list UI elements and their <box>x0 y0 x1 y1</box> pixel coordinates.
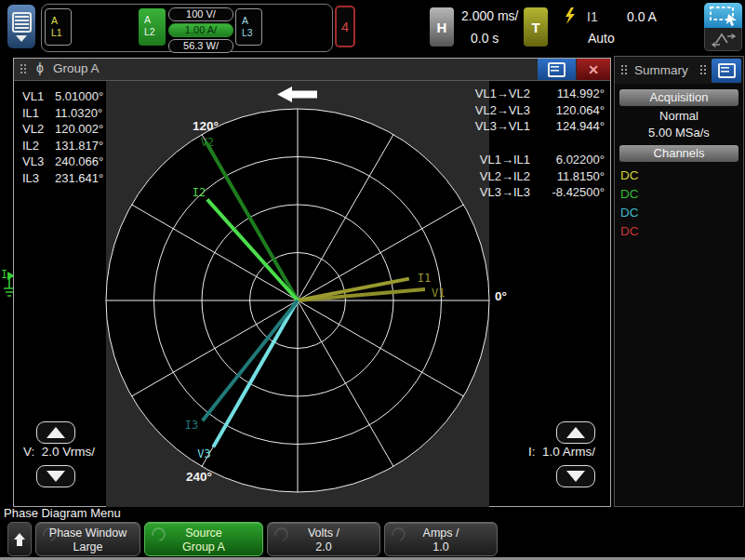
channel-coupling: DC <box>620 167 743 185</box>
i-scale-increase-button[interactable] <box>556 421 595 444</box>
softkey-value: Group A <box>145 540 262 553</box>
readout-value: 231.641° <box>55 171 103 185</box>
panel-drag-handle[interactable] <box>620 64 629 76</box>
readout-value: 124.944° <box>539 119 605 133</box>
close-icon: ✕ <box>588 62 599 77</box>
spinner-down-icon <box>566 471 585 482</box>
channel-2-button[interactable]: A L2 <box>139 8 166 46</box>
softkey-amps[interactable]: Amps /1.0 <box>384 522 498 556</box>
readout-row: IL111.0320° <box>22 105 103 122</box>
main-menu-button[interactable] <box>7 5 35 48</box>
readout-label: VL1 <box>22 89 55 103</box>
i-scale-decrease-button[interactable] <box>556 465 595 487</box>
timebase-scale[interactable]: 2.000 ms/ <box>461 8 518 23</box>
readout-row: VL1→VL2114.992° <box>475 86 605 102</box>
phasor-label-V1: V1 <box>432 287 445 300</box>
channel-4-button[interactable]: 4 <box>335 6 355 47</box>
channel-1-button[interactable]: A L1 <box>45 8 72 46</box>
readout-label: VL2→IL2 <box>480 169 530 183</box>
trigger-key-button[interactable]: T <box>524 7 548 47</box>
readout-value: 5.01000° <box>55 89 103 103</box>
trigger-source[interactable]: I1 <box>587 9 598 24</box>
v-scale-decrease-button[interactable] <box>36 465 75 487</box>
amps-per-div-value[interactable]: 1.00 A/ <box>168 23 233 37</box>
trigger-level[interactable]: 0.0 A <box>627 9 657 24</box>
window-menu-button[interactable] <box>538 59 576 80</box>
readout-label: VL2→VL3 <box>475 103 530 117</box>
channels-section-button[interactable]: Channels <box>619 145 738 162</box>
channel-2-label: L2 <box>144 26 166 38</box>
softkey-value: 1.0 <box>385 540 497 553</box>
readout-row: VL3→IL3-8.42500° <box>480 184 605 201</box>
readout-row: VL2120.002° <box>22 121 103 138</box>
softkey-menu-title: Phase Diagram Menu <box>4 506 121 520</box>
softkey-volts[interactable]: Volts /2.0 <box>267 522 380 556</box>
readout-value: 114.992° <box>539 87 605 100</box>
readout-row: VL1→IL16.02200° <box>480 152 605 168</box>
timebase-position[interactable]: 0.0 s <box>471 31 499 46</box>
window-titlebar[interactable]: ϕ Group A ✕ <box>14 59 610 81</box>
readout-value: 240.066° <box>55 154 103 168</box>
readout-value: -8.42500° <box>539 185 605 199</box>
volts-per-div-value[interactable]: 100 V/ <box>168 7 233 21</box>
softkey-row: Phase WindowLargeSourceGroup AVolts /2.0… <box>7 522 498 556</box>
corner-tool-buttons <box>704 3 742 51</box>
readout-label: VL3 <box>22 154 55 168</box>
zoom-select-button[interactable] <box>704 3 742 28</box>
horizontal-key-button[interactable]: H <box>430 7 454 47</box>
phasor-label-V2: V2 <box>201 136 214 149</box>
watts-per-div-value[interactable]: 56.3 W/ <box>168 39 233 53</box>
phase-diagram-content: 120°0°240°V1I1V2I2V3I3 VL15.01000°IL111.… <box>14 81 610 507</box>
channel-1-label: L1 <box>51 27 71 39</box>
readout-label: IL1 <box>22 106 55 120</box>
readout-row: VL3240.066° <box>22 153 103 170</box>
softkey-value: Large <box>36 540 140 553</box>
list-menu-icon <box>548 62 565 77</box>
readout-row: VL15.01000° <box>22 88 103 105</box>
window-title: Group A <box>53 61 100 75</box>
phase-readouts-left: VL15.01000°IL111.0320°VL2120.002°IL2131.… <box>22 88 103 186</box>
trigger-edge-icon <box>563 7 577 25</box>
list-menu-icon <box>718 63 736 78</box>
svg-text:I: I <box>1 268 7 281</box>
readout-label: VL2 <box>22 122 55 136</box>
phasor-label-I3: I3 <box>185 419 198 432</box>
acquisition-section-button[interactable]: Acquisition <box>619 89 738 106</box>
readout-label: VL3→VL1 <box>475 119 530 133</box>
phase-icon: ϕ <box>36 60 44 75</box>
summary-panel-header[interactable]: Summary <box>615 57 743 84</box>
waveform-pan-button[interactable] <box>704 28 742 51</box>
readout-label: IL2 <box>22 139 55 153</box>
readout-row: VL2→VL3120.064° <box>475 102 605 119</box>
v-scale-increase-button[interactable] <box>36 421 75 444</box>
i-scale-label: I: 1.0 Arms/ <box>528 445 595 459</box>
window-drag-handle[interactable] <box>20 63 28 75</box>
channel-2-group: A <box>144 14 151 25</box>
channel-3-button[interactable]: A L3 <box>235 8 262 46</box>
panel-drag-handle[interactable] <box>699 64 708 76</box>
readout-value: 11.0320° <box>55 106 102 120</box>
angle-label: 0° <box>495 289 507 303</box>
voltage-phase-readouts: VL1→VL2114.992°VL2→VL3120.064°VL3→VL1124… <box>475 86 605 135</box>
channel-1-group: A <box>51 15 58 26</box>
angle-label: 120° <box>193 119 219 133</box>
channel-coupling-list: DCDCDCDC <box>620 167 743 241</box>
trigger-mode[interactable]: Auto <box>588 31 615 46</box>
readout-row: VL3→VL1124.944° <box>475 118 605 135</box>
phasor-label-I2: I2 <box>193 186 206 199</box>
vi-phase-readouts: VL1→IL16.02200°VL2→IL211.8150°VL3→IL3-8.… <box>480 152 605 201</box>
window-close-button[interactable]: ✕ <box>577 59 610 80</box>
channel-settings-group: A L1 A L2 100 V/ 1.00 A/ 56.3 W/ A L3 <box>41 4 333 52</box>
menu-back-button[interactable] <box>7 522 32 556</box>
softkey-phase-window[interactable]: Phase WindowLarge <box>35 522 140 556</box>
readout-value: 131.817° <box>55 139 103 153</box>
summary-panel: Summary Acquisition Normal 5.00 MSa/s Ch… <box>614 56 744 507</box>
summary-menu-button[interactable] <box>712 59 741 83</box>
phasor-label-I1: I1 <box>418 272 431 285</box>
softkey-source[interactable]: SourceGroup A <box>144 522 263 556</box>
readout-label: VL1→IL1 <box>480 153 530 167</box>
phasor-label-V3: V3 <box>197 447 210 460</box>
spinner-down-icon <box>47 471 65 482</box>
spinner-up-icon <box>47 427 65 438</box>
readout-value: 120.002° <box>55 122 103 136</box>
